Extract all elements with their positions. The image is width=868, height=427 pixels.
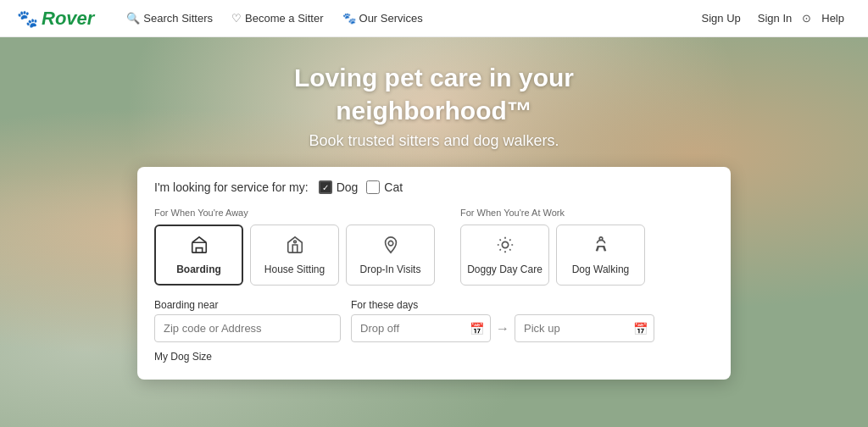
arrow-separator: → <box>496 321 509 336</box>
logo-text: Rover <box>42 8 94 30</box>
nav-right: Sign Up Sign In ⊙ Help <box>695 8 851 28</box>
hero-title-line1: Loving pet care in your <box>294 64 574 92</box>
help-icon: ⊙ <box>802 12 811 25</box>
nav-services-label: Our Services <box>359 12 423 25</box>
away-label: For When You're Away <box>154 208 435 218</box>
svg-point-1 <box>293 240 296 242</box>
dog-label: Dog <box>337 180 359 194</box>
nav-search-label: Search Sitters <box>143 12 213 25</box>
nav-search-sitters[interactable]: 🔍 Search Sitters <box>120 8 220 28</box>
service-sections: For When You're Away Boarding <box>154 208 714 286</box>
work-label: For When You're At Work <box>460 208 645 218</box>
help-button[interactable]: Help <box>815 8 851 28</box>
calendar-icon-pickup: 📅 <box>633 322 648 336</box>
search-icon: 🔍 <box>126 12 140 25</box>
work-buttons: Doggy Day Care Dog W <box>460 225 645 286</box>
dog-size-label: My Dog Size <box>154 351 714 363</box>
services-icon: 🐾 <box>342 12 356 25</box>
navbar: 🐾 Rover 🔍 Search Sitters ♡ Become a Sitt… <box>0 0 868 37</box>
pickup-wrap: 📅 <box>515 314 654 342</box>
hero-section: Loving pet care in your neighborhood™ Bo… <box>0 37 868 427</box>
drop-in-visits-button[interactable]: Drop-In Visits <box>346 225 435 286</box>
house-sitting-icon <box>286 236 304 258</box>
drop-in-label: Drop-In Visits <box>360 263 421 275</box>
cat-checkbox[interactable] <box>366 180 380 194</box>
dog-checkbox-checked[interactable]: ✓ <box>319 180 332 194</box>
cat-option[interactable]: Cat <box>366 180 403 194</box>
nav-become-label: Become a Sitter <box>245 12 324 25</box>
hero-title-line2: neighborhood™ <box>336 97 532 125</box>
svg-point-2 <box>388 241 393 246</box>
cat-label: Cat <box>384 180 403 194</box>
walking-label: Dog Walking <box>572 263 630 275</box>
svg-point-3 <box>502 241 508 247</box>
search-widget: I'm looking for service for my: ✓ Dog Ca… <box>137 167 731 380</box>
days-field-group: For these days 📅 → 📅 <box>351 299 654 342</box>
away-services: For When You're Away Boarding <box>154 208 435 286</box>
drop-in-icon <box>381 236 400 258</box>
house-sitting-label: House Sitting <box>264 263 325 275</box>
nav-our-services[interactable]: 🐾 Our Services <box>336 8 430 28</box>
service-prompt-label: I'm looking for service for my: <box>154 180 309 194</box>
day-care-icon <box>496 236 515 258</box>
hero-content: Loving pet care in your neighborhood™ Bo… <box>137 37 731 380</box>
pet-checkboxes: ✓ Dog Cat <box>319 180 403 194</box>
signup-button[interactable]: Sign Up <box>695 8 748 28</box>
heart-icon: ♡ <box>231 12 242 25</box>
dropoff-wrap: 📅 <box>351 314 491 342</box>
boarding-label: Boarding <box>176 263 221 275</box>
calendar-icon-dropoff: 📅 <box>470 322 484 336</box>
doggy-day-care-button[interactable]: Doggy Day Care <box>460 225 549 286</box>
zip-field-group: Boarding near <box>154 299 341 342</box>
fields-row: Boarding near For these days 📅 → <box>154 299 714 342</box>
away-buttons: Boarding House Sitting <box>154 225 435 286</box>
boarding-icon <box>190 236 209 258</box>
zip-input[interactable] <box>154 314 341 342</box>
nav-become-sitter[interactable]: ♡ Become a Sitter <box>225 8 331 28</box>
boarding-button[interactable]: Boarding <box>154 225 243 286</box>
signin-button[interactable]: Sign In <box>751 8 798 28</box>
days-label: For these days <box>351 299 654 311</box>
logo[interactable]: 🐾 Rover <box>17 8 94 30</box>
hero-subtitle: Book trusted sitters and dog walkers. <box>309 132 559 150</box>
work-services: For When You're At Work Doggy Day Care <box>460 208 645 286</box>
hero-title: Loving pet care in your neighborhood™ <box>294 61 574 127</box>
pet-selection-row: I'm looking for service for my: ✓ Dog Ca… <box>154 180 714 194</box>
bottom-fields: Boarding near For these days 📅 → <box>154 299 714 363</box>
zip-label: Boarding near <box>154 299 341 311</box>
dog-option[interactable]: ✓ Dog <box>319 180 359 194</box>
nav-links: 🔍 Search Sitters ♡ Become a Sitter 🐾 Our… <box>120 8 694 28</box>
house-sitting-button[interactable]: House Sitting <box>250 225 339 286</box>
walking-icon <box>592 236 610 258</box>
logo-paw-icon: 🐾 <box>17 8 38 29</box>
dog-walking-button[interactable]: Dog Walking <box>556 225 645 286</box>
day-care-label: Doggy Day Care <box>467 263 542 275</box>
